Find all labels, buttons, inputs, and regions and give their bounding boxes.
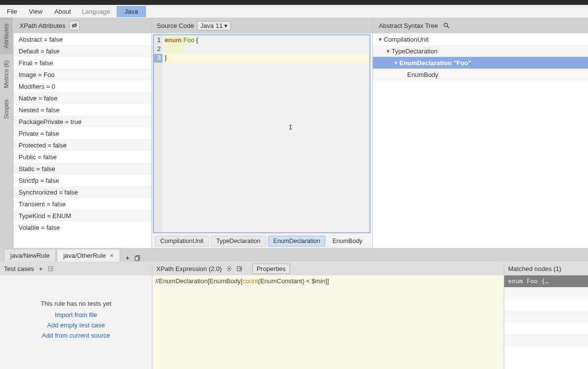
ast-header: Abstract Syntax Tree: [373, 18, 588, 33]
xpath-header: XPath Expression (2.0) Properties: [152, 262, 504, 275]
attribute-row[interactable]: Synchronized = false: [14, 186, 151, 198]
attributes-header: XPath Attributes: [14, 18, 151, 33]
ast-tree[interactable]: ▼CompilationUnit ▼TypeDeclaration ▼EnumD…: [373, 33, 588, 248]
add-empty-test-link[interactable]: Add empty test case: [0, 321, 152, 329]
source-code-panel: Source Code Java 11 ▾ 123 enum Foo { } I: [152, 18, 372, 248]
svg-rect-4: [135, 257, 139, 261]
export-tests-icon[interactable]: [48, 266, 54, 272]
add-from-source-link[interactable]: Add from current source: [0, 332, 152, 339]
gear-icon[interactable]: [226, 266, 232, 272]
code-gutter: 123: [154, 35, 163, 232]
export-xpath-icon[interactable]: [236, 266, 243, 272]
hide-common-attrs-icon[interactable]: [69, 21, 80, 30]
attribute-row[interactable]: Protected = false: [14, 139, 151, 151]
xpath-editor[interactable]: //EnumDeclaration[EnumBody[count(EnumCon…: [152, 275, 504, 369]
attributes-list[interactable]: Abstract = falseDefault = falseFinal = f…: [14, 33, 151, 248]
svg-line-2: [447, 26, 449, 28]
attribute-row[interactable]: Default = false: [14, 45, 151, 57]
ast-node-compilationunit[interactable]: ▼CompilationUnit: [373, 33, 588, 45]
rule-tabstrip: java/NewRule java/OtherRule× +: [0, 248, 588, 262]
svg-point-6: [228, 268, 230, 269]
rule-tab-newrule[interactable]: java/NewRule: [4, 249, 56, 262]
rule-tab-otherrule[interactable]: java/OtherRule×: [57, 249, 120, 262]
add-test-icon[interactable]: +: [39, 265, 43, 272]
java-version-select[interactable]: Java 11 ▾: [197, 21, 231, 30]
copy-icon[interactable]: [134, 255, 141, 261]
sidetab-scopes[interactable]: Scopes: [0, 94, 13, 125]
ast-node-enumdeclaration[interactable]: ▼EnumDeclaration "Foo": [373, 57, 588, 69]
attribute-row[interactable]: Public = false: [14, 151, 151, 163]
attributes-title: XPath Attributes: [20, 22, 65, 29]
source-code-title: Source Code: [157, 22, 194, 29]
close-icon[interactable]: ×: [110, 252, 114, 259]
attribute-row[interactable]: Native = false: [14, 92, 151, 104]
crumb-enumdeclaration[interactable]: EnumDeclaration: [268, 236, 326, 246]
matched-header: Matched nodes (1): [504, 262, 588, 275]
language-label: Language:: [77, 6, 117, 17]
crumb-compilationunit[interactable]: CompilationUnit: [155, 236, 209, 246]
attribute-row[interactable]: Image = Foo: [14, 69, 151, 80]
search-icon[interactable]: [443, 22, 450, 29]
attribute-row[interactable]: Final = false: [14, 57, 151, 69]
ast-title: Abstract Syntax Tree: [379, 22, 438, 29]
source-code-header: Source Code Java 11 ▾: [152, 18, 372, 33]
svg-point-1: [444, 23, 447, 26]
attribute-row[interactable]: TypeKind = ENUM: [14, 210, 151, 221]
no-tests-message: This rule has no tests yet: [0, 300, 152, 307]
ast-node-enumbody[interactable]: ▼EnumBody: [373, 69, 588, 80]
attribute-row[interactable]: Strictfp = false: [14, 174, 151, 186]
window-titlebar: [0, 0, 588, 5]
tests-panel: Test cases + This rule has no tests yet …: [0, 262, 152, 369]
attribute-row[interactable]: Nested = false: [14, 104, 151, 116]
code-lines: enum Foo { }: [163, 35, 369, 232]
xpath-expression-panel: XPath Expression (2.0) Properties //Enum…: [152, 262, 504, 369]
xpath-title: XPath Expression (2.0): [156, 265, 222, 272]
attribute-row[interactable]: Transient = false: [14, 198, 151, 210]
crumb-enumbody[interactable]: EnumBody: [327, 236, 367, 246]
language-selector[interactable]: Java: [117, 6, 146, 17]
matched-list[interactable]: enum Foo {…: [504, 275, 588, 369]
attribute-row[interactable]: Modifiers = 0: [14, 80, 151, 92]
attributes-panel: XPath Attributes Abstract = falseDefault…: [14, 18, 152, 248]
ast-panel: Abstract Syntax Tree ▼CompilationUnit ▼T…: [372, 18, 588, 248]
matched-title: Matched nodes (1): [508, 265, 561, 272]
tests-title: Test cases: [4, 265, 34, 272]
matched-node-item[interactable]: enum Foo {…: [504, 275, 588, 287]
chevron-down-icon: ▾: [224, 22, 227, 29]
matched-nodes-panel: Matched nodes (1) enum Foo {…: [504, 262, 588, 369]
crumb-typedeclaration[interactable]: TypeDeclaration: [211, 236, 266, 246]
attribute-row[interactable]: Volatile = false: [14, 221, 151, 233]
menu-view[interactable]: View: [23, 6, 49, 17]
properties-button[interactable]: Properties: [252, 264, 290, 274]
text-cursor-icon: I: [289, 123, 293, 131]
attribute-row[interactable]: Static = false: [14, 163, 151, 174]
menubar: File View About Language: Java: [0, 5, 588, 18]
tests-body: This rule has no tests yet Import from f…: [0, 275, 152, 369]
menu-about[interactable]: About: [49, 6, 77, 17]
ast-node-typedeclaration[interactable]: ▼TypeDeclaration: [373, 45, 588, 57]
attribute-row[interactable]: Private = false: [14, 127, 151, 139]
sidetab-attributes[interactable]: Attributes: [0, 18, 13, 54]
menu-file[interactable]: File: [1, 6, 23, 17]
ast-breadcrumb: CompilationUnit TypeDeclaration EnumDecl…: [152, 234, 372, 248]
add-tab-icon[interactable]: +: [126, 254, 130, 262]
sidetab-metrics[interactable]: Metrics (6): [0, 54, 13, 94]
attribute-row[interactable]: PackagePrivate = true: [14, 116, 151, 127]
code-editor[interactable]: 123 enum Foo { } I: [153, 34, 370, 233]
attribute-row[interactable]: Abstract = false: [14, 33, 151, 45]
import-tests-link[interactable]: Import from file: [0, 311, 152, 319]
tests-header: Test cases +: [0, 262, 152, 275]
java-version-label: Java 11: [200, 22, 223, 29]
